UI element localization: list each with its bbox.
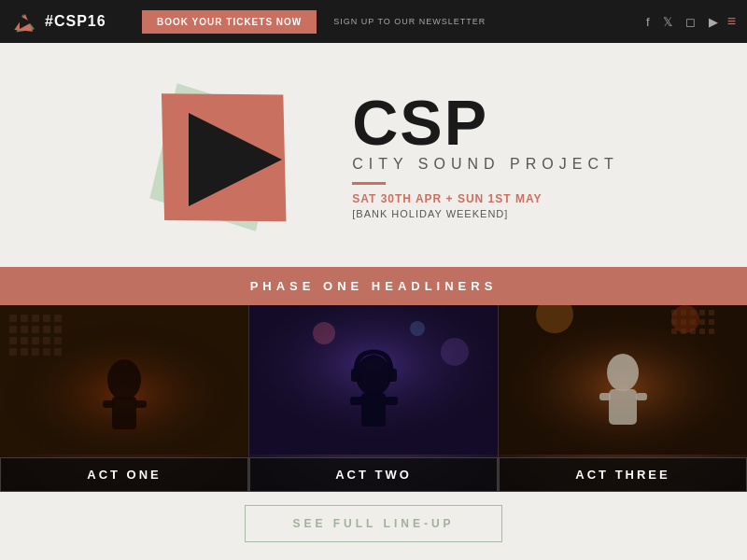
svg-rect-53 <box>681 319 686 325</box>
act-one-item: ACT ONE <box>0 305 248 492</box>
svg-rect-42 <box>385 397 398 405</box>
svg-rect-55 <box>699 319 705 325</box>
act-one-label[interactable]: ACT ONE <box>0 457 248 492</box>
svg-rect-64 <box>599 393 611 400</box>
act-two-image <box>249 305 498 455</box>
navbar: #CSP16 BOOK YOUR TICKETS NOW SIGN UP TO … <box>0 0 747 43</box>
hero-text: CSP CITY SOUND PROJECT SAT 30TH APR + SU… <box>352 91 619 219</box>
logo-area: #CSP16 <box>11 8 142 35</box>
logo-text: #CSP16 <box>45 13 106 30</box>
act-two-label[interactable]: ACT TWO <box>249 457 498 492</box>
hero-section: CSP CITY SOUND PROJECT SAT 30TH APR + SU… <box>0 43 747 267</box>
svg-rect-29 <box>112 397 136 429</box>
svg-rect-58 <box>681 329 686 334</box>
csp-logo <box>128 71 315 239</box>
newsletter-link[interactable]: SIGN UP TO OUR NEWSLETTER <box>333 17 486 26</box>
phase-banner: PHASE ONE HEADLINERS <box>0 267 747 305</box>
hero-date: SAT 30TH APR + SUN 1ST MAY <box>352 192 619 205</box>
svg-rect-47 <box>671 310 677 315</box>
instagram-icon[interactable]: ◻ <box>685 15 696 29</box>
act-three-label[interactable]: ACT THREE <box>499 457 747 492</box>
full-lineup-section: SEE FULL LINE-UP <box>0 492 747 555</box>
svg-point-36 <box>441 338 469 366</box>
youtube-icon[interactable]: ▶ <box>709 15 718 29</box>
act-two-item: ACT TWO <box>249 305 498 492</box>
svg-rect-57 <box>671 329 677 334</box>
svg-rect-31 <box>134 400 147 408</box>
act-one-image <box>0 305 248 455</box>
twitter-icon[interactable]: 𝕏 <box>663 15 672 29</box>
svg-rect-51 <box>709 310 714 315</box>
svg-rect-63 <box>609 389 637 425</box>
svg-rect-56 <box>709 319 714 325</box>
act-three-image <box>499 305 747 455</box>
csp-logo-svg <box>128 71 315 244</box>
svg-rect-49 <box>690 310 696 315</box>
phase-banner-label: PHASE ONE HEADLINERS <box>250 279 498 293</box>
social-icons: f 𝕏 ◻ ▶ <box>646 15 718 29</box>
svg-point-37 <box>356 355 391 396</box>
svg-point-34 <box>313 322 335 344</box>
svg-rect-60 <box>699 329 705 334</box>
logo-icon <box>11 8 37 35</box>
svg-point-28 <box>107 359 141 400</box>
svg-rect-50 <box>699 310 705 315</box>
svg-rect-30 <box>103 400 115 408</box>
svg-rect-65 <box>636 393 647 400</box>
hero-csp-title: CSP <box>352 91 619 154</box>
svg-rect-61 <box>709 329 714 334</box>
hero-subtitle: CITY SOUND PROJECT <box>352 156 619 173</box>
hero-date2: [BANK HOLIDAY WEEKEND] <box>352 208 619 219</box>
svg-rect-40 <box>361 393 386 427</box>
svg-rect-39 <box>388 369 397 382</box>
svg-rect-54 <box>690 319 696 325</box>
svg-rect-38 <box>351 369 360 382</box>
svg-point-62 <box>607 354 639 391</box>
book-tickets-button[interactable]: BOOK YOUR TICKETS NOW <box>142 10 317 34</box>
svg-rect-48 <box>681 310 686 315</box>
acts-grid: ACT ONE <box>0 305 747 492</box>
svg-rect-41 <box>350 397 363 405</box>
full-lineup-button[interactable]: SEE FULL LINE-UP <box>245 505 501 542</box>
facebook-icon[interactable]: f <box>646 15 650 29</box>
svg-point-35 <box>410 321 425 336</box>
hamburger-icon[interactable]: ≡ <box>727 13 736 30</box>
act-three-item: ACT THREE <box>499 305 747 492</box>
svg-rect-59 <box>690 329 696 334</box>
hero-divider <box>352 182 386 185</box>
svg-rect-52 <box>671 319 677 325</box>
